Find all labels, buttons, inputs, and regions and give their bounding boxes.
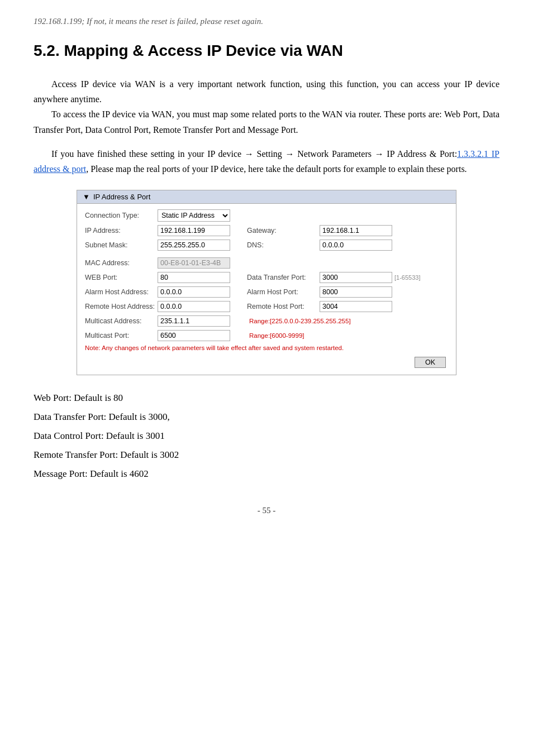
paragraph-1: Access IP device via WAN is a very impor… xyxy=(34,76,499,137)
alarm-host-port-label: Alarm Host Port: xyxy=(247,288,320,296)
panel-header: ▼ IP Address & Port xyxy=(77,190,456,204)
subnet-dns-row: Subnet Mask: DNS: xyxy=(85,240,448,251)
mac-address-row: MAC Address: xyxy=(85,257,448,269)
subnet-mask-label: Subnet Mask: xyxy=(85,241,158,249)
connection-type-row: Connection Type: Static IP Address xyxy=(85,209,448,222)
paragraph-1-line-2: To access the IP device via WAN, you mus… xyxy=(34,107,499,137)
data-transfer-range: [1-65533] xyxy=(394,274,420,281)
gateway-input[interactable] xyxy=(320,225,392,236)
gateway-label: Gateway: xyxy=(247,227,320,235)
panel-title: IP Address & Port xyxy=(93,193,150,201)
ok-button[interactable]: OK xyxy=(415,357,446,368)
alarm-host-address-label: Alarm Host Address: xyxy=(85,288,158,296)
list-item: Data Transfer Port: Default is 3000, xyxy=(34,408,499,427)
paragraph-1-line-1: Access IP device via WAN is a very impor… xyxy=(34,76,499,107)
web-data-port-row: WEB Port: Data Transfer Port: [1-65533] xyxy=(85,272,448,283)
mac-address-label: MAC Address: xyxy=(85,259,158,267)
connection-type-select[interactable]: Static IP Address xyxy=(158,209,230,222)
ip-gateway-row: IP Address: Gateway: xyxy=(85,225,448,236)
web-port-label: WEB Port: xyxy=(85,274,158,281)
connection-type-label: Connection Type: xyxy=(85,212,158,219)
collapse-icon[interactable]: ▼ xyxy=(83,193,90,201)
multicast-port-label: Multicast Port: xyxy=(85,332,158,339)
data-transfer-port-label: Data Transfer Port: xyxy=(247,274,320,281)
remote-host-port-label: Remote Host Port: xyxy=(247,303,320,310)
network-note: Note: Any changes of network parameters … xyxy=(85,344,448,351)
data-transfer-port-input[interactable] xyxy=(320,272,392,283)
paragraph-2-suffix: , Please map the real ports of your IP d… xyxy=(86,164,467,174)
reset-note: 192.168.1.199; If not, it means the rese… xyxy=(34,17,499,26)
ok-row: OK xyxy=(85,355,448,371)
remote-host-port-input[interactable] xyxy=(320,301,392,312)
dns-label: DNS: xyxy=(247,241,320,249)
web-port-input[interactable] xyxy=(158,272,230,283)
remote-host-row: Remote Host Address: Remote Host Port: xyxy=(85,301,448,312)
alarm-host-row: Alarm Host Address: Alarm Host Port: xyxy=(85,286,448,298)
list-item: Message Port: Default is 4602 xyxy=(34,465,499,484)
mac-address-input xyxy=(158,257,230,269)
multicast-address-row: Multicast Address: Range:[225.0.0.0-239.… xyxy=(85,315,448,327)
port-list: Web Port: Default is 80 Data Transfer Po… xyxy=(34,389,499,484)
remote-host-address-input[interactable] xyxy=(158,301,230,312)
dns-input[interactable] xyxy=(320,240,392,251)
multicast-port-row: Multicast Port: Range:[6000-9999] xyxy=(85,330,448,341)
list-item: Remote Transfer Port: Default is 3002 xyxy=(34,446,499,465)
alarm-host-address-input[interactable] xyxy=(158,286,230,298)
ip-address-label: IP Address: xyxy=(85,227,158,235)
paragraph-2-text: If you have finished these setting in yo… xyxy=(34,146,499,176)
multicast-port-range: Range:[6000-9999] xyxy=(249,332,304,339)
multicast-address-label: Multicast Address: xyxy=(85,317,158,325)
ip-address-input[interactable] xyxy=(158,225,230,236)
page-number: - 55 - xyxy=(34,506,499,515)
multicast-range: Range:[225.0.0.0-239.255.255.255] xyxy=(249,318,351,324)
panel-body: Connection Type: Static IP Address IP Ad… xyxy=(77,204,456,375)
alarm-host-port-input[interactable] xyxy=(320,286,392,298)
section-heading: 5.2. Mapping & Access IP Device via WAN xyxy=(34,42,499,60)
ip-address-port-panel: ▼ IP Address & Port Connection Type: Sta… xyxy=(77,190,456,375)
subnet-mask-input[interactable] xyxy=(158,240,230,251)
list-item: Data Control Port: Default is 3001 xyxy=(34,427,499,446)
multicast-port-input[interactable] xyxy=(158,330,230,341)
multicast-address-input[interactable] xyxy=(158,315,230,327)
paragraph-2: If you have finished these setting in yo… xyxy=(34,146,499,176)
remote-host-address-label: Remote Host Address: xyxy=(85,303,158,310)
list-item: Web Port: Default is 80 xyxy=(34,389,499,408)
